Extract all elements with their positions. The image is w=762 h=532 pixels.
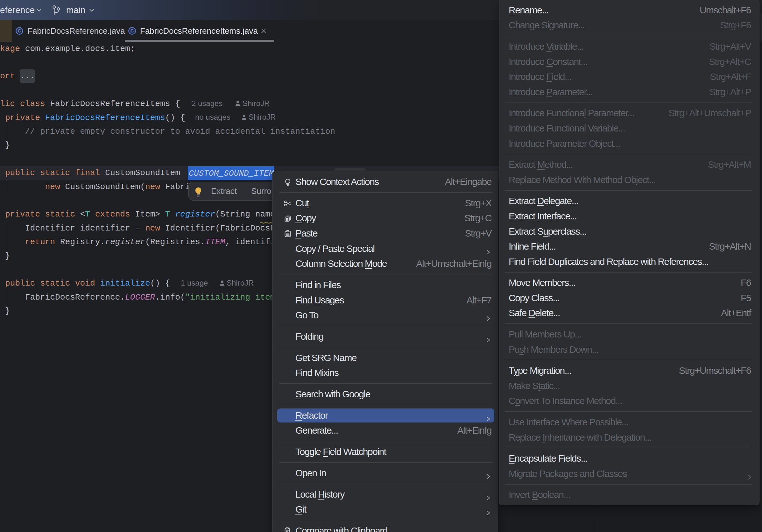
svg-text:C: C bbox=[130, 28, 134, 34]
svg-text:C: C bbox=[18, 28, 21, 34]
